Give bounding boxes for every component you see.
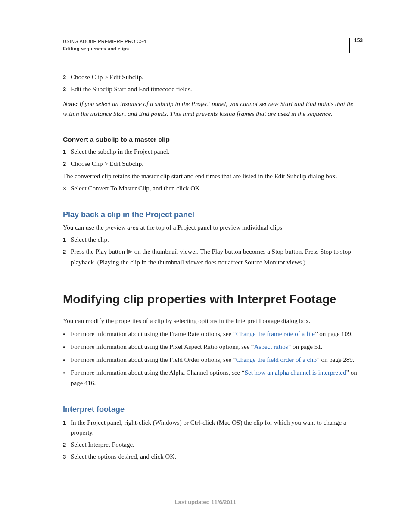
step-number: 3 [63,84,71,94]
step-number: 1 [63,235,71,245]
heading-play-back-clip: Play back a clip in the Project panel [63,209,363,221]
heading-interpret-footage: Interpret footage [63,404,363,416]
text: You can use the [63,224,105,231]
list-item: 1 Select the clip. [63,235,363,245]
bullet-dot: • [63,329,71,339]
bullet-dot: • [63,342,71,352]
link-alpha-channel-interpret[interactable]: Set how an alpha channel is interpreted [245,369,346,376]
bullet-text: For more information about using the Pix… [71,342,363,352]
step-number: 2 [63,72,71,82]
svg-marker-0 [127,249,132,254]
step-text: Press the Play button on the thumbnail v… [71,247,363,268]
list-item: • For more information about using the A… [63,368,363,388]
step-number: 1 [63,418,71,438]
list-item: 2 Select Interpret Footage. [63,440,363,450]
step-text: Select the clip. [71,235,363,245]
bullet-text: For more information about using the Alp… [71,368,363,388]
step-number: 3 [63,452,71,462]
text: ” on page 51. [288,343,323,350]
text: For more information about using the Pix… [71,343,254,350]
heading-modifying-clip-properties: Modifying clip properties with Interpret… [63,290,363,308]
list-item: 1 Select the subclip in the Project pane… [63,147,363,157]
step-number: 2 [63,440,71,450]
note-paragraph: Note: If you select an instance of a sub… [63,99,363,119]
text: at the top of a Project panel to preview… [139,224,284,231]
list-item: 2 Choose Clip > Edit Subclip. [63,159,363,169]
bullet-dot: • [63,368,71,388]
link-aspect-ratios[interactable]: Aspect ratios [254,343,288,350]
step-text: Edit the Subclip Start and End timecode … [71,84,363,94]
step-text: Select the options desired, and click OK… [71,452,363,462]
doc-title: USING ADOBE PREMIERE PRO CS4 [63,38,146,45]
note-label: Note: [63,100,78,107]
step-number: 2 [63,159,71,169]
list-item: • For more information about using the F… [63,355,363,365]
paragraph: The converted clip retains the master cl… [63,171,363,181]
text: Press the Play button [71,248,127,255]
step-text: Select Convert To Master Clip, and then … [71,184,363,193]
page-header: USING ADOBE PREMIERE PRO CS4 Editing seq… [63,38,363,53]
text: For more information about using the Fie… [71,356,236,363]
text: For more information about using the Alp… [71,369,245,376]
list-item: • For more information about using the P… [63,342,363,352]
text: For more information about using the Fra… [71,330,236,337]
list-item: 3 Select the options desired, and click … [63,452,363,462]
page-number: 153 [349,38,363,53]
link-change-field-order[interactable]: Change the field order of a clip [236,356,317,363]
list-item: 3 Select Convert To Master Clip, and the… [63,184,363,193]
paragraph: You can use the preview area at the top … [63,223,363,233]
paragraph: You can modify the properties of a clip … [63,316,363,326]
play-icon [127,247,133,257]
page: USING ADOBE PREMIERE PRO CS4 Editing seq… [0,0,411,532]
text: ” on page 109. [315,330,352,337]
list-item: 1 In the Project panel, right-click (Win… [63,418,363,438]
list-item: 2 Press the Play button on the thumbnail… [63,247,363,268]
text: ” on page 289. [317,356,354,363]
step-text: In the Project panel, right-click (Windo… [71,418,363,438]
step-number: 1 [63,147,71,157]
term-preview-area: preview area [105,224,139,231]
bullet-dot: • [63,355,71,365]
list-item: 2 Choose Clip > Edit Subclip. [63,72,363,82]
link-change-frame-rate[interactable]: Change the frame rate of a file [236,330,315,337]
step-text: Choose Clip > Edit Subclip. [71,159,363,169]
step-text: Select Interpret Footage. [71,440,363,450]
heading-convert-subclip: Convert a subclip to a master clip [63,134,363,145]
footer-last-updated: Last updated 11/6/2011 [0,499,411,505]
list-item: • For more information about using the F… [63,329,363,339]
header-left: USING ADOBE PREMIERE PRO CS4 Editing seq… [63,38,146,52]
step-number: 3 [63,184,71,193]
bullet-list: • For more information about using the F… [63,329,363,388]
content: 2 Choose Clip > Edit Subclip. 3 Edit the… [63,72,363,462]
bullet-text: For more information about using the Fie… [71,355,363,365]
note-text: If you select an instance of a subclip i… [63,100,353,117]
chapter-title: Editing sequences and clips [63,45,146,53]
step-text: Choose Clip > Edit Subclip. [71,72,363,82]
list-item: 3 Edit the Subclip Start and End timecod… [63,84,363,94]
bullet-text: For more information about using the Fra… [71,329,363,339]
step-number: 2 [63,247,71,268]
step-text: Select the subclip in the Project panel. [71,147,363,157]
